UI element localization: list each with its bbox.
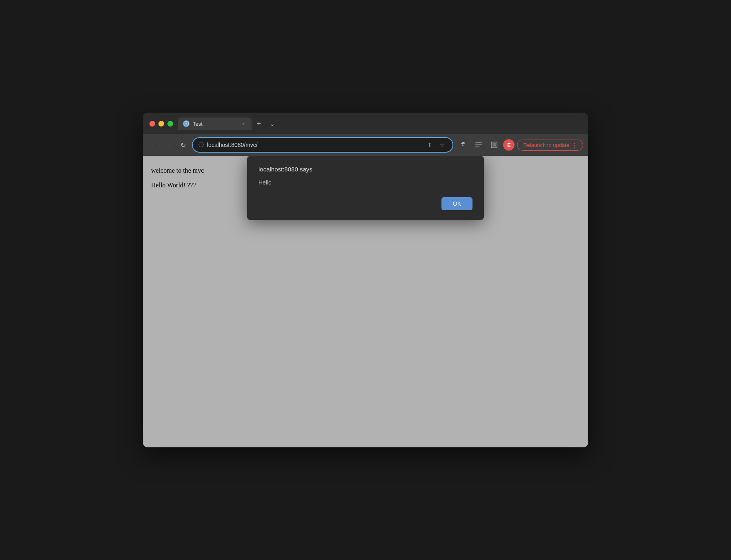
- reader-mode-button[interactable]: [488, 138, 501, 151]
- relaunch-button[interactable]: Relaunch to update ⋮: [517, 140, 583, 151]
- svg-rect-2: [475, 142, 482, 143]
- reload-button[interactable]: ↻: [177, 139, 189, 151]
- traffic-lights: [149, 121, 173, 127]
- tab-dropdown-button[interactable]: ⌄: [266, 118, 278, 129]
- svg-point-1: [185, 123, 187, 124]
- svg-rect-6: [493, 143, 496, 147]
- dialog-ok-button[interactable]: OK: [441, 197, 472, 210]
- forward-button[interactable]: →: [163, 139, 174, 151]
- alert-dialog: localhost:8080 says Hello OK: [247, 156, 484, 220]
- share-button[interactable]: ⬆: [425, 140, 435, 150]
- minimize-window-button[interactable]: [158, 121, 164, 127]
- tabs-row: Test × + ⌄: [178, 118, 278, 130]
- address-bar[interactable]: ⓘ localhost:8080/mvc/ ⬆ ☆: [192, 137, 453, 153]
- new-tab-button[interactable]: +: [253, 118, 265, 129]
- svg-rect-3: [475, 144, 482, 145]
- active-tab[interactable]: Test ×: [178, 118, 252, 130]
- tab-favicon: [183, 120, 189, 127]
- close-window-button[interactable]: [149, 121, 155, 127]
- address-info-icon: ⓘ: [198, 141, 204, 149]
- address-text: localhost:8080/mvc/: [207, 142, 421, 148]
- address-actions: ⬆ ☆: [425, 140, 447, 150]
- modal-overlay: localhost:8080 says Hello OK: [143, 156, 588, 447]
- relaunch-more-icon: ⋮: [572, 142, 577, 148]
- svg-rect-4: [475, 147, 479, 147]
- dialog-title: localhost:8080 says: [259, 166, 472, 173]
- extensions-button[interactable]: [457, 138, 470, 151]
- dialog-message: Hello: [259, 179, 472, 186]
- maximize-window-button[interactable]: [167, 121, 173, 127]
- tab-close-button[interactable]: ×: [240, 120, 247, 127]
- title-bar: Test × + ⌄: [143, 113, 588, 134]
- dialog-actions: OK: [259, 197, 472, 210]
- toolbar-actions: E Relaunch to update ⋮: [457, 138, 583, 151]
- bookmark-button[interactable]: ☆: [437, 140, 447, 150]
- profile-button[interactable]: E: [503, 139, 515, 151]
- tab-title: Test: [193, 121, 237, 127]
- back-button[interactable]: ←: [148, 139, 159, 151]
- browser-window: Test × + ⌄ ← → ↻ ⓘ localhost:8080/mvc/ ⬆…: [143, 113, 588, 447]
- window-controls-row: Test × + ⌄: [149, 118, 582, 130]
- tab-search-button[interactable]: [472, 138, 485, 151]
- nav-bar: ← → ↻ ⓘ localhost:8080/mvc/ ⬆ ☆: [143, 134, 588, 156]
- page-content: welcome to the mvc Hello World! ??? loca…: [143, 156, 588, 447]
